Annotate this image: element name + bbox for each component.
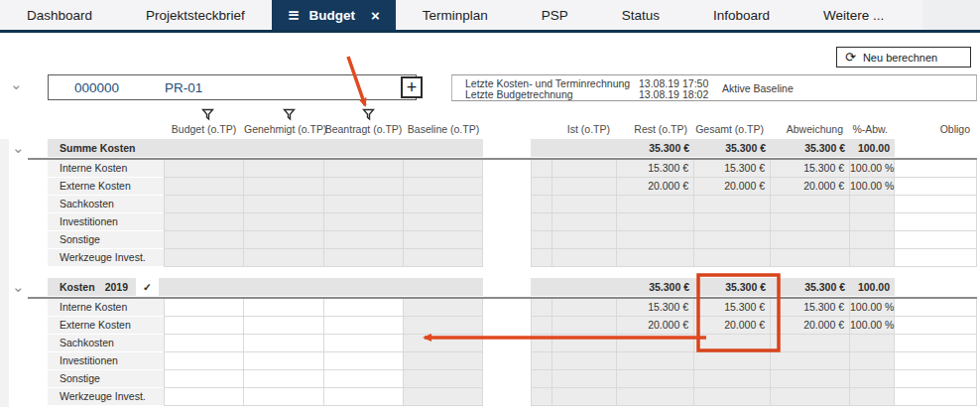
- filter-icon[interactable]: [283, 108, 296, 121]
- cell-pct: [850, 196, 895, 213]
- group-band-summe-kosten[interactable]: Summe Kosten: [48, 139, 483, 157]
- refresh-icon: ⟳: [845, 51, 856, 64]
- cell-gesamt: [694, 196, 771, 213]
- cell-ist: [552, 317, 617, 335]
- table-row: [531, 352, 977, 370]
- input-cell-beantragt[interactable]: [324, 299, 404, 317]
- input-cell-budget[interactable]: [164, 370, 244, 388]
- tab-status[interactable]: Status: [595, 0, 686, 30]
- cell-baseline: [404, 213, 483, 231]
- input-cell-beantragt[interactable]: [324, 317, 404, 335]
- cell-baseline: [404, 299, 483, 317]
- input-cell-beantragt[interactable]: [324, 388, 404, 406]
- cell-beantragt: [324, 231, 404, 249]
- cell-baseline: [404, 160, 483, 178]
- group-expand-chevron-icon[interactable]: ⌄: [12, 282, 25, 292]
- table-row: Interne Kosten: [48, 160, 483, 178]
- tab-terminplan[interactable]: Terminplan: [396, 0, 515, 30]
- cost-rows-left-group2: Interne Kosten Externe Kosten Sachkosten…: [48, 299, 483, 406]
- hamburger-icon: ≡: [288, 6, 301, 24]
- cell-beantragt: [324, 160, 404, 178]
- tab-weitere[interactable]: Weitere ...: [796, 0, 911, 30]
- project-expand-chevron-icon[interactable]: ⌄: [10, 79, 23, 89]
- cell-baseline: [404, 335, 483, 352]
- cell-ist: [552, 352, 617, 370]
- cell-gesamt: [694, 249, 771, 267]
- group-year: 2019: [105, 278, 128, 296]
- total-ist: [552, 139, 617, 157]
- table-row: [531, 370, 977, 388]
- cell-ist: [552, 178, 617, 196]
- input-cell-genehmigt[interactable]: [244, 352, 323, 370]
- input-cell-budget[interactable]: [164, 299, 244, 317]
- input-cell-genehmigt[interactable]: [244, 317, 323, 335]
- tab-infoboard[interactable]: Infoboard: [686, 0, 796, 30]
- close-tab-icon[interactable]: ×: [371, 7, 380, 24]
- cell-ist: [552, 299, 617, 317]
- cell-obligo: [895, 299, 977, 317]
- cell-ist: [552, 370, 617, 388]
- cell-obligo: [895, 178, 977, 196]
- group-band-kosten-2019[interactable]: Kosten 2019 ✓: [48, 278, 483, 296]
- input-cell-genehmigt[interactable]: [244, 370, 323, 388]
- recalculate-label: Neu berechnen: [863, 52, 937, 64]
- cell-abweichung: [771, 352, 850, 370]
- tab-dashboard[interactable]: Dashboard: [0, 0, 119, 30]
- tab-psp[interactable]: PSP: [515, 0, 595, 30]
- table-row: [531, 196, 977, 213]
- total-ist: [552, 278, 617, 296]
- tab-budget[interactable]: ≡ Budget ×: [272, 0, 396, 30]
- tab-bar: Dashboard Projektsteckbrief ≡ Budget × T…: [0, 0, 980, 33]
- cell-rest: 20.000 €: [617, 317, 694, 335]
- budget-screen: Dashboard Projektsteckbrief ≡ Budget × T…: [0, 0, 980, 416]
- cell-obligo: [895, 388, 977, 406]
- check-icon[interactable]: ✓: [136, 278, 159, 296]
- total-pct: 100.00 %: [850, 278, 895, 296]
- filter-icon[interactable]: [201, 108, 214, 121]
- cell-abweichung: [771, 335, 850, 352]
- cell-pct: [850, 388, 895, 406]
- input-cell-budget[interactable]: [164, 388, 244, 406]
- input-cell-budget[interactable]: [164, 352, 244, 370]
- cell-baseline: [404, 352, 483, 370]
- group-expand-chevron-icon[interactable]: ⌄: [12, 143, 25, 153]
- cell-pct: [850, 335, 895, 352]
- input-cell-beantragt[interactable]: [324, 335, 404, 352]
- group-label: Kosten: [60, 278, 95, 296]
- cell-abweichung: 15.300 €: [771, 299, 850, 317]
- input-cell-beantragt[interactable]: [324, 352, 404, 370]
- recalculate-button[interactable]: ⟳ Neu berechnen: [836, 47, 971, 68]
- input-cell-genehmigt[interactable]: [244, 388, 323, 406]
- table-row: [531, 335, 977, 352]
- tab-projektsteckbrief[interactable]: Projektsteckbrief: [119, 0, 272, 30]
- cell-obligo: [895, 317, 977, 335]
- table-row: [531, 388, 977, 406]
- cell-gesamt: 15.300 €: [694, 160, 771, 178]
- add-button[interactable]: +: [401, 76, 423, 98]
- input-cell-genehmigt[interactable]: [244, 335, 323, 352]
- cell-abweichung: 20.000 €: [771, 317, 850, 335]
- cell-obligo: [895, 213, 977, 231]
- project-selector[interactable]: 000000 PR-01: [48, 74, 417, 100]
- cell-rest: [617, 249, 694, 267]
- cell-ist: [552, 388, 617, 406]
- input-cell-budget[interactable]: [164, 335, 244, 352]
- input-cell-beantragt[interactable]: [324, 370, 404, 388]
- column-header-baseline: Baseline (o.TP): [404, 123, 483, 135]
- cell-genehmigt: [244, 196, 323, 213]
- filter-icon[interactable]: [362, 108, 375, 121]
- cell-beantragt: [324, 178, 404, 196]
- cell-ist: [552, 249, 617, 267]
- table-row: Externe Kosten: [48, 178, 483, 196]
- input-cell-genehmigt[interactable]: [244, 299, 323, 317]
- table-row: Investitionen: [48, 352, 483, 370]
- table-row: Sachkosten: [48, 196, 483, 213]
- input-cell-budget[interactable]: [164, 317, 244, 335]
- table-row: [531, 213, 977, 231]
- info-date: 13.08.19: [639, 88, 679, 100]
- table-row: 15.300 € 15.300 € 15.300 € 100.00 %: [531, 160, 977, 178]
- cell-genehmigt: [244, 160, 323, 178]
- cell-budget: [164, 213, 244, 231]
- cell-abweichung: [771, 213, 850, 231]
- cost-rows-right-group1: 15.300 € 15.300 € 15.300 € 100.00 % 20.0…: [531, 160, 977, 267]
